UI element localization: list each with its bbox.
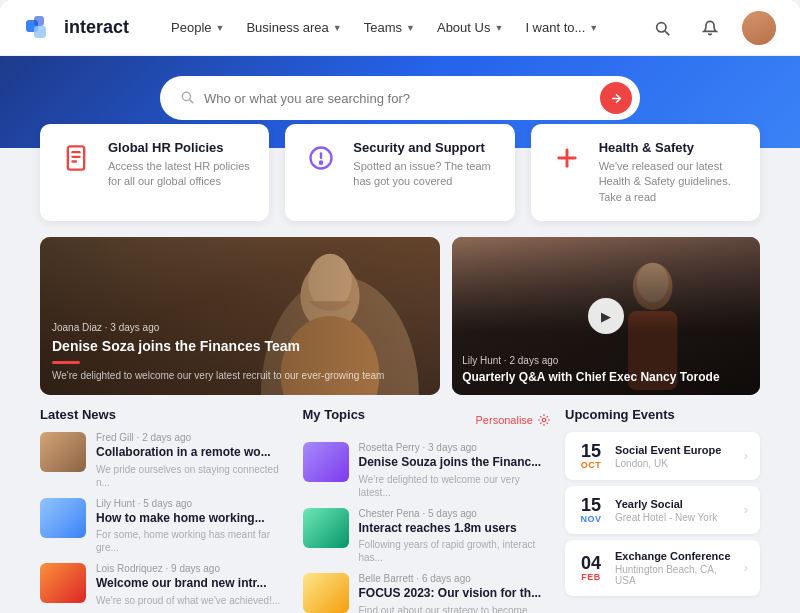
featured-divider [52,361,80,364]
topics-header: My Topics Personalise [303,407,552,432]
news-item-desc: We pride ourselves on staying connected … [96,463,289,489]
news-meta: Lily Hunt · 5 days ago [96,498,289,509]
nav-items: People ▼ Business area ▼ Teams ▼ About U… [161,14,646,41]
search-bar [160,76,640,120]
topic-item-title: FOCUS 2023: Our vision for th... [359,586,552,602]
news-item-desc: For some, home working has meant far gre… [96,528,289,554]
chevron-right-icon: › [744,561,748,575]
chevron-down-icon: ▼ [333,23,342,33]
nav-i-want-to[interactable]: I want to... ▼ [515,14,608,41]
bottom-columns: Latest News Fred Gill · 2 days ago Colla… [40,407,760,613]
featured-author: Joana Diaz · 3 days ago [52,322,428,333]
event-item[interactable]: 15 OCT Social Event Europe London, UK › [565,432,760,480]
svg-point-5 [182,92,190,100]
topic-item-desc: Find out about our strategy to become gl… [359,604,552,613]
svg-rect-2 [34,16,44,26]
event-month: FEB [581,572,601,582]
event-day: 15 [581,442,601,460]
topic-meta: Chester Pena · 5 days ago [359,508,552,519]
topic-item[interactable]: Belle Barrett · 6 days ago FOCUS 2023: O… [303,573,552,613]
info-card-hr[interactable]: Global HR Policies Access the latest HR … [40,124,269,221]
news-thumbnail [40,563,86,603]
security-card-title: Security and Support [353,140,496,155]
news-thumbnail [40,498,86,538]
info-cards-row: Global HR Policies Access the latest HR … [0,124,800,221]
nav-teams[interactable]: Teams ▼ [354,14,425,41]
logo-icon [24,12,56,44]
hr-card-title: Global HR Policies [108,140,251,155]
event-name: Yearly Social [615,498,734,510]
security-card-desc: Spotted an issue? The team has got you c… [353,159,496,190]
navbar: interact People ▼ Business area ▼ Teams … [0,0,800,56]
news-item-title: Collaboration in a remote wo... [96,445,289,461]
event-item[interactable]: 04 FEB Exchange Conference Huntington Be… [565,540,760,596]
chevron-down-icon: ▼ [216,23,225,33]
search-input[interactable] [204,91,600,106]
featured-side-author: Lily Hunt · 2 days ago [462,355,750,366]
event-item[interactable]: 15 NOV Yearly Social Great Hotel - New Y… [565,486,760,534]
nav-about[interactable]: About Us ▼ [427,14,513,41]
info-card-security[interactable]: Security and Support Spotted an issue? T… [285,124,514,221]
logo-area[interactable]: interact [24,12,129,44]
hr-card-desc: Access the latest HR policies for all ou… [108,159,251,190]
svg-line-6 [190,99,193,102]
event-name: Exchange Conference [615,550,734,562]
topic-item[interactable]: Chester Pena · 5 days ago Interact reach… [303,508,552,565]
topic-item-title: Interact reaches 1.8m users [359,521,552,537]
event-location: London, UK [615,458,734,469]
news-thumbnail [40,432,86,472]
chevron-down-icon: ▼ [494,23,503,33]
chevron-right-icon: › [744,449,748,463]
topic-thumbnail [303,573,349,613]
latest-news-column: Latest News Fred Gill · 2 days ago Colla… [40,407,289,613]
nav-people[interactable]: People ▼ [161,14,234,41]
news-item-title: Welcome our brand new intr... [96,576,280,592]
nav-business[interactable]: Business area ▼ [236,14,351,41]
search-button[interactable] [646,12,678,44]
svg-line-4 [665,31,668,34]
event-location: Huntington Beach, CA, USA [615,564,734,586]
health-card-title: Health & Safety [599,140,742,155]
chevron-down-icon: ▼ [589,23,598,33]
featured-side-article[interactable]: ▶ Lily Hunt · 2 days ago Quarterly Q&A w… [452,237,760,395]
info-card-health[interactable]: Health & Safety We've released our lates… [531,124,760,221]
topic-item[interactable]: Rosetta Perry · 3 days ago Denise Souza … [303,442,552,499]
hr-policies-icon [58,140,94,176]
event-day: 04 [581,554,601,572]
featured-main-article[interactable]: Joana Diaz · 3 days ago Denise Soza join… [40,237,440,395]
health-card-desc: We've released our latest Health & Safet… [599,159,742,205]
featured-description: We're delighted to welcome our very late… [52,369,428,383]
featured-title: Denise Soza joins the Finances Team [52,337,428,355]
news-meta: Lois Rodriquez · 9 days ago [96,563,280,574]
topic-item-desc: Following years of rapid growth, interac… [359,538,552,564]
personalise-button[interactable]: Personalise [476,413,551,427]
featured-row: Joana Diaz · 3 days ago Denise Soza join… [40,237,760,395]
topic-item-desc: We're delighted to welcome our very late… [359,473,552,499]
search-submit-button[interactable] [600,82,632,114]
news-item[interactable]: Lois Rodriquez · 9 days ago Welcome our … [40,563,289,607]
event-month: NOV [580,514,601,524]
avatar[interactable] [742,11,776,45]
my-topics-column: My Topics Personalise Rosetta Perry · [303,407,552,613]
news-meta: Fred Gill · 2 days ago [96,432,289,443]
upcoming-events-title: Upcoming Events [565,407,760,422]
svg-point-3 [657,22,666,31]
topic-meta: Belle Barrett · 6 days ago [359,573,552,584]
news-item-desc: We're so proud of what we've achieved!..… [96,594,280,607]
news-item[interactable]: Fred Gill · 2 days ago Collaboration in … [40,432,289,489]
news-item-title: How to make home working... [96,511,289,527]
latest-news-title: Latest News [40,407,289,422]
app-name: interact [64,17,129,38]
settings-icon [537,413,551,427]
security-icon [303,140,339,176]
topic-thumbnail [303,508,349,548]
news-item[interactable]: Lily Hunt · 5 days ago How to make home … [40,498,289,555]
event-month: OCT [581,460,602,470]
main-content: Joana Diaz · 3 days ago Denise Soza join… [0,221,800,613]
topic-item-title: Denise Souza joins the Financ... [359,455,552,471]
chevron-down-icon: ▼ [406,23,415,33]
svg-rect-1 [34,26,46,38]
nav-right [646,11,776,45]
play-button[interactable]: ▶ [588,298,624,334]
notifications-button[interactable] [694,12,726,44]
